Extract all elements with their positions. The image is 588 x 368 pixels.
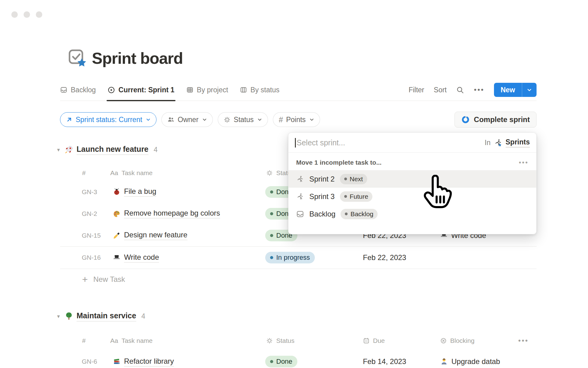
- option-label: Sprint 3: [309, 192, 335, 201]
- column-id[interactable]: #: [82, 331, 86, 351]
- task-name[interactable]: Design new feature: [124, 231, 187, 240]
- chip-sprint-status[interactable]: Sprint status: Current: [60, 112, 156, 127]
- tab-label: Backlog: [71, 86, 96, 94]
- sprint-status-badge: Future: [340, 191, 373, 202]
- column-label: Blocking: [450, 337, 474, 344]
- filter-button[interactable]: Filter: [409, 86, 424, 94]
- spinner-icon: [266, 337, 273, 344]
- section-label: Move 1 incomplete task to...: [296, 159, 382, 166]
- view-tabs: Backlog Current: Sprint 1 By project: [60, 79, 279, 101]
- column-blocking[interactable]: Blocking: [440, 331, 474, 351]
- new-button-group: New: [494, 83, 537, 97]
- column-id[interactable]: #: [82, 165, 86, 181]
- window-controls: [11, 11, 42, 18]
- option-sprint-2[interactable]: Sprint 2 Next: [288, 170, 536, 188]
- status-label: Done: [276, 358, 292, 366]
- group-header-maintain-service: ▼ Maintain service 4: [53, 308, 145, 324]
- option-sprint-3[interactable]: Sprint 3 Future: [288, 188, 536, 205]
- more-options-icon[interactable]: •••: [474, 86, 484, 94]
- task-name[interactable]: Write code: [124, 253, 159, 263]
- chevron-down-icon: [146, 117, 151, 122]
- column-header-row: # Aa Task name Status Due: [60, 331, 537, 351]
- text-type-icon: Aa: [110, 337, 118, 344]
- task-name-cell[interactable]: Write code: [113, 247, 159, 269]
- in-label: In: [485, 139, 491, 147]
- task-name-cell[interactable]: Design new feature: [113, 224, 187, 246]
- new-dropdown-button[interactable]: [522, 83, 537, 97]
- page-title: Sprint board: [92, 49, 183, 67]
- new-button[interactable]: New: [494, 83, 522, 97]
- chip-status[interactable]: Status: [218, 112, 268, 127]
- toolbar-actions: Filter Sort ••• New: [409, 83, 537, 97]
- due-cell[interactable]: Feb 14, 2023: [363, 351, 406, 368]
- search-placeholder: Select sprint...: [297, 138, 345, 147]
- column-status[interactable]: Status: [266, 331, 295, 351]
- writing-hand-emoji: [113, 232, 121, 240]
- window-minimize-button[interactable]: [24, 11, 30, 18]
- column-due[interactable]: Due: [363, 331, 385, 351]
- column-label: Task name: [122, 337, 153, 344]
- tab-backlog[interactable]: Backlog: [60, 79, 96, 101]
- spinner-icon: [224, 116, 231, 123]
- search-scope: In Sprints: [485, 138, 530, 148]
- chip-owner[interactable]: Owner: [161, 112, 213, 127]
- blocking-cell[interactable]: Upgrade datab: [440, 351, 537, 368]
- dropdown-section-header: Move 1 incomplete task to... •••: [288, 155, 536, 170]
- column-label: Task name: [122, 169, 153, 177]
- group-title[interactable]: Maintain service: [77, 311, 136, 321]
- window-zoom-button[interactable]: [36, 11, 42, 18]
- collapse-triangle-icon[interactable]: ▼: [53, 314, 64, 319]
- calendar-icon: [363, 337, 370, 344]
- column-task-name[interactable]: Aa Task name: [110, 331, 153, 351]
- complete-sprint-label: Complete sprint: [474, 115, 530, 124]
- option-backlog[interactable]: Backlog Backlog: [288, 205, 536, 223]
- blocking-task-link[interactable]: Upgrade datab: [451, 357, 500, 366]
- tab-by-status[interactable]: By status: [240, 79, 280, 101]
- blocked-circle-icon: [440, 337, 447, 344]
- task-id: GN-2: [82, 203, 97, 224]
- chip-label: Sprint status: Current: [76, 116, 142, 124]
- columns-more-icon[interactable]: •••: [518, 331, 529, 351]
- task-name-cell[interactable]: Refactor library: [113, 351, 174, 368]
- status-dot-icon: [270, 256, 273, 259]
- status-dot-icon: [270, 190, 273, 194]
- status-cell[interactable]: Done: [265, 351, 297, 368]
- task-name[interactable]: File a bug: [124, 187, 156, 197]
- task-id: GN-6: [82, 351, 97, 368]
- table-row[interactable]: GN-6 Refactor library Done Feb 14, 2023: [60, 351, 537, 368]
- task-name[interactable]: Refactor library: [124, 357, 174, 366]
- sprint-options-list: Move 1 incomplete task to... ••• Sprint …: [288, 153, 536, 223]
- tab-by-project[interactable]: By project: [186, 79, 228, 101]
- column-task-name[interactable]: Aa Task name: [110, 165, 153, 181]
- sprint-status-badge: Backlog: [341, 209, 378, 219]
- rocket-emoji: [64, 145, 74, 154]
- search-icon[interactable]: [456, 86, 464, 94]
- task-id: GN-3: [82, 181, 97, 203]
- task-id: GN-16: [82, 247, 101, 269]
- status-badge: Done: [265, 356, 297, 367]
- tab-current-sprint[interactable]: Current: Sprint 1: [107, 79, 175, 101]
- section-more-icon[interactable]: •••: [519, 159, 529, 167]
- collapse-triangle-icon[interactable]: ▼: [53, 147, 64, 152]
- status-cell[interactable]: In progress: [265, 247, 315, 269]
- sort-button[interactable]: Sort: [434, 86, 447, 94]
- window-close-button[interactable]: [11, 11, 18, 18]
- tab-label: Current: Sprint 1: [119, 86, 175, 94]
- sprint-search-input[interactable]: Select sprint... In Spr: [288, 133, 536, 153]
- filter-chips: Sprint status: Current Owner: [60, 112, 320, 127]
- table-row[interactable]: GN-16 Write code In progress Feb 22, 202…: [60, 247, 537, 269]
- runner-star-icon: [494, 139, 502, 147]
- books-emoji: [113, 358, 121, 366]
- task-name[interactable]: Remove homepage bg colors: [124, 209, 220, 218]
- group-title[interactable]: Launch new feature: [77, 145, 149, 155]
- complete-sprint-button[interactable]: Complete sprint: [454, 112, 537, 128]
- due-cell[interactable]: Feb 22, 2023: [363, 247, 406, 269]
- filter-bar: Sprint status: Current Owner: [60, 112, 537, 128]
- sprints-database-link[interactable]: Sprints: [506, 138, 530, 148]
- chip-points[interactable]: # Points: [273, 112, 320, 127]
- new-task-button[interactable]: + New Task: [60, 269, 537, 290]
- status-dot-icon: [270, 234, 273, 237]
- task-name-cell[interactable]: Remove homepage bg colors: [113, 203, 220, 224]
- plus-icon: +: [82, 274, 88, 285]
- task-name-cell[interactable]: File a bug: [113, 181, 156, 203]
